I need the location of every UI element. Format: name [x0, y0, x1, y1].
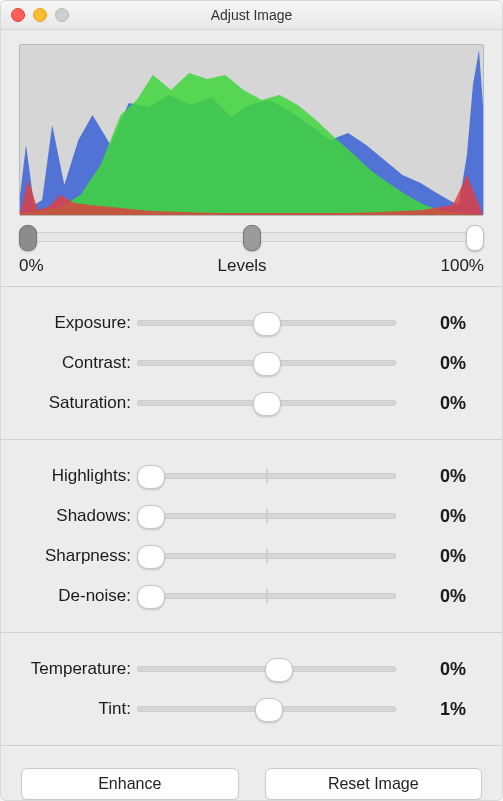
- highlights-slider-value: 0%: [396, 466, 484, 487]
- sharpness-slider-value: 0%: [396, 546, 484, 567]
- sharpness-slider-label: Sharpness:: [1, 546, 137, 566]
- saturation-slider-row: Saturation:0%: [1, 383, 484, 423]
- levels-left-label: 0%: [19, 256, 44, 276]
- sharpness-slider-row: Sharpness:0%: [1, 536, 484, 576]
- reset-image-button-label: Reset Image: [328, 775, 419, 793]
- levels-black-point-thumb[interactable]: [19, 225, 37, 251]
- shadows-slider-value: 0%: [396, 506, 484, 527]
- slider-group-basic: Exposure:0%Contrast:0%Saturation:0%: [1, 297, 502, 429]
- histogram-svg: [20, 45, 483, 215]
- divider: [1, 286, 502, 287]
- tint-slider-label: Tint:: [1, 699, 137, 719]
- titlebar[interactable]: Adjust Image: [1, 1, 502, 30]
- levels-mid-point-thumb[interactable]: [243, 225, 261, 251]
- divider: [1, 745, 502, 746]
- tint-slider-row: Tint:1%: [1, 689, 484, 729]
- divider: [1, 632, 502, 633]
- shadows-slider[interactable]: [137, 504, 396, 528]
- zoom-window-button: [55, 8, 69, 22]
- tint-slider-value: 1%: [396, 699, 484, 720]
- slider-center-tick: [266, 589, 268, 603]
- levels-slider[interactable]: [19, 222, 484, 252]
- highlights-slider-row: Highlights:0%: [1, 456, 484, 496]
- shadows-slider-row: Shadows:0%: [1, 496, 484, 536]
- levels-right-label: 100%: [441, 256, 484, 276]
- saturation-slider-value: 0%: [396, 393, 484, 414]
- window-title: Adjust Image: [1, 7, 502, 23]
- denoise-slider-label: De-noise:: [1, 586, 137, 606]
- saturation-slider[interactable]: [137, 391, 396, 415]
- reset-image-button[interactable]: Reset Image: [265, 768, 483, 800]
- slider-thumb[interactable]: [265, 658, 293, 682]
- close-window-button[interactable]: [11, 8, 25, 22]
- slider-thumb[interactable]: [255, 698, 283, 722]
- denoise-slider-value: 0%: [396, 586, 484, 607]
- slider-thumb[interactable]: [137, 505, 165, 529]
- contrast-slider-label: Contrast:: [1, 353, 137, 373]
- slider-thumb[interactable]: [253, 312, 281, 336]
- contrast-slider-row: Contrast:0%: [1, 343, 484, 383]
- slider-thumb[interactable]: [137, 585, 165, 609]
- slider-center-tick: [266, 469, 268, 483]
- divider: [1, 439, 502, 440]
- enhance-button[interactable]: Enhance: [21, 768, 239, 800]
- exposure-slider-value: 0%: [396, 313, 484, 334]
- slider-thumb[interactable]: [137, 465, 165, 489]
- denoise-slider-row: De-noise:0%: [1, 576, 484, 616]
- exposure-slider[interactable]: [137, 311, 396, 335]
- button-row: Enhance Reset Image: [1, 756, 502, 801]
- highlights-slider[interactable]: [137, 464, 396, 488]
- slider-center-tick: [266, 509, 268, 523]
- temperature-slider-label: Temperature:: [1, 659, 137, 679]
- slider-thumb[interactable]: [137, 545, 165, 569]
- minimize-window-button[interactable]: [33, 8, 47, 22]
- tint-slider[interactable]: [137, 697, 396, 721]
- temperature-slider-value: 0%: [396, 659, 484, 680]
- shadows-slider-label: Shadows:: [1, 506, 137, 526]
- highlights-slider-label: Highlights:: [1, 466, 137, 486]
- window-controls: [11, 8, 69, 22]
- slider-thumb[interactable]: [253, 352, 281, 376]
- slider-group-detail: Highlights:0%Shadows:0%Sharpness:0%De-no…: [1, 450, 502, 622]
- panel-body: 0% Levels 100% Exposure:0%Contrast:0%Sat…: [1, 30, 502, 801]
- contrast-slider-value: 0%: [396, 353, 484, 374]
- levels-center-label: Levels: [217, 256, 266, 276]
- sharpness-slider[interactable]: [137, 544, 396, 568]
- levels-white-point-thumb[interactable]: [466, 225, 484, 251]
- saturation-slider-label: Saturation:: [1, 393, 137, 413]
- exposure-slider-label: Exposure:: [1, 313, 137, 333]
- denoise-slider[interactable]: [137, 584, 396, 608]
- contrast-slider[interactable]: [137, 351, 396, 375]
- temperature-slider[interactable]: [137, 657, 396, 681]
- slider-thumb[interactable]: [253, 392, 281, 416]
- enhance-button-label: Enhance: [98, 775, 161, 793]
- temperature-slider-row: Temperature:0%: [1, 649, 484, 689]
- exposure-slider-row: Exposure:0%: [1, 303, 484, 343]
- slider-center-tick: [266, 549, 268, 563]
- adjust-image-window: Adjust Image 0% Levels: [0, 0, 503, 801]
- histogram: [19, 44, 484, 216]
- slider-group-color: Temperature:0%Tint:1%: [1, 643, 502, 735]
- levels-labels: 0% Levels 100%: [19, 256, 484, 276]
